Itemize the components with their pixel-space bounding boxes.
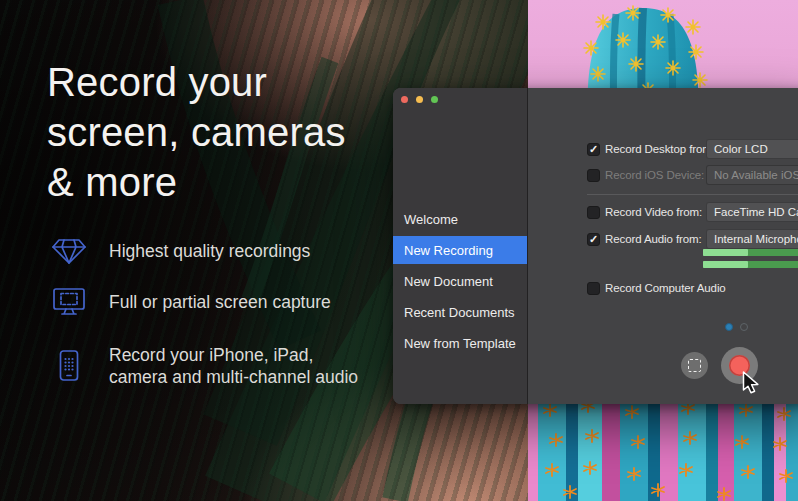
record-desktop-select[interactable]: Color LCD	[706, 139, 798, 159]
selection-mode-button[interactable]	[681, 352, 708, 379]
sidebar-item-label: Recent Documents	[404, 305, 515, 320]
hero-title-line-3: & more	[47, 157, 346, 207]
record-ios-checkbox[interactable]	[587, 169, 600, 182]
record-audio-select[interactable]: Internal Microphone	[706, 229, 798, 249]
recording-settings-panel: Record Desktop from: Color LCD Record iO…	[528, 88, 798, 404]
hero-title: Record your screen, cameras & more	[47, 57, 346, 207]
dashed-selection-icon	[688, 359, 701, 372]
sidebar-item-label: Welcome	[404, 212, 458, 227]
hero-title-line-2: screen, cameras	[47, 107, 346, 157]
feature-text: Full or partial screen capture	[109, 291, 331, 313]
selected-value: Internal Microphone	[714, 233, 798, 245]
audio-level-meter-right	[703, 261, 798, 268]
sidebar-item-new-recording[interactable]: New Recording	[393, 236, 527, 264]
sidebar-item-label: New Recording	[404, 243, 493, 258]
record-computer-audio-checkbox[interactable]	[587, 282, 600, 295]
sidebar-item-label: New from Template	[404, 336, 516, 351]
record-video-select[interactable]: FaceTime HD Camera	[706, 202, 798, 222]
window-sidebar: Welcome New Recording New Document Recen…	[393, 88, 528, 404]
page-dot-2[interactable]	[740, 323, 748, 331]
minimize-button[interactable]	[416, 96, 423, 103]
audio-level-fill	[703, 261, 748, 268]
sidebar-item-recent-documents[interactable]: Recent Documents	[393, 298, 527, 326]
record-audio-row: Record Audio from: Internal Microphone	[587, 229, 798, 249]
sidebar-item-label: New Document	[404, 274, 493, 289]
feature-text: Highest quality recordings	[109, 240, 310, 262]
zoom-button[interactable]	[431, 96, 438, 103]
page-dot-1[interactable]	[725, 323, 733, 331]
record-computer-audio-label[interactable]: Record Computer Audio	[605, 282, 726, 294]
audio-level-meter-left	[703, 249, 798, 256]
screen-capture-icon	[50, 286, 88, 318]
sidebar-item-new-from-template[interactable]: New from Template	[393, 329, 527, 357]
selected-value: No Available iOS Devices	[714, 169, 798, 181]
feature-screen-capture: Full or partial screen capture	[50, 286, 331, 318]
marketing-screenshot: Record your screen, cameras & more Highe…	[0, 0, 798, 501]
close-button[interactable]	[401, 96, 408, 103]
feature-quality: Highest quality recordings	[50, 236, 310, 266]
cactus-spines-illustration	[528, 398, 798, 501]
selected-value: FaceTime HD Camera	[714, 206, 798, 218]
app-window: Welcome New Recording New Document Recen…	[393, 88, 798, 404]
diamond-icon	[50, 236, 88, 266]
mouse-cursor	[742, 371, 760, 400]
feature-devices: Record your iPhone, iPad, camera and mul…	[50, 344, 361, 388]
audio-level-fill	[703, 249, 748, 256]
record-audio-label[interactable]: Record Audio from:	[605, 233, 702, 245]
cactus-photo-bottom	[528, 398, 798, 501]
sidebar-item-new-document[interactable]: New Document	[393, 267, 527, 295]
record-desktop-label[interactable]: Record Desktop from:	[605, 143, 715, 155]
sidebar-item-welcome[interactable]: Welcome	[393, 205, 527, 233]
record-computer-audio-row: Record Computer Audio	[587, 278, 798, 298]
hero-title-line-1: Record your	[47, 57, 346, 107]
record-audio-checkbox[interactable]	[587, 233, 600, 246]
feature-text: Record your iPhone, iPad, camera and mul…	[109, 344, 361, 388]
record-ios-label: Record iOS Device:	[605, 169, 704, 181]
section-divider	[587, 194, 798, 195]
record-video-label[interactable]: Record Video from:	[605, 206, 702, 218]
record-desktop-row: Record Desktop from: Color LCD	[587, 139, 798, 159]
record-video-checkbox[interactable]	[587, 206, 600, 219]
device-grid-icon	[50, 349, 88, 383]
record-video-row: Record Video from: FaceTime HD Camera	[587, 202, 798, 222]
record-ios-row: Record iOS Device: No Available iOS Devi…	[587, 165, 798, 185]
selected-value: Color LCD	[714, 143, 768, 155]
record-ios-select: No Available iOS Devices	[706, 165, 798, 185]
record-desktop-checkbox[interactable]	[587, 143, 600, 156]
